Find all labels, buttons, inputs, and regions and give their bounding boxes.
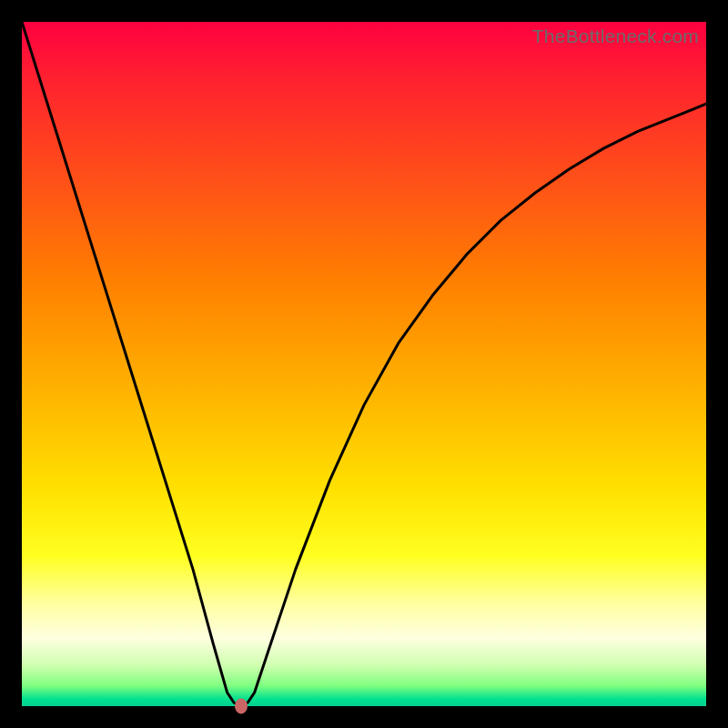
plot-area: TheBottleneck.com — [22, 22, 706, 706]
bottleneck-curve — [22, 22, 706, 706]
optimal-point-marker — [235, 699, 248, 714]
chart-container: TheBottleneck.com — [0, 0, 728, 728]
